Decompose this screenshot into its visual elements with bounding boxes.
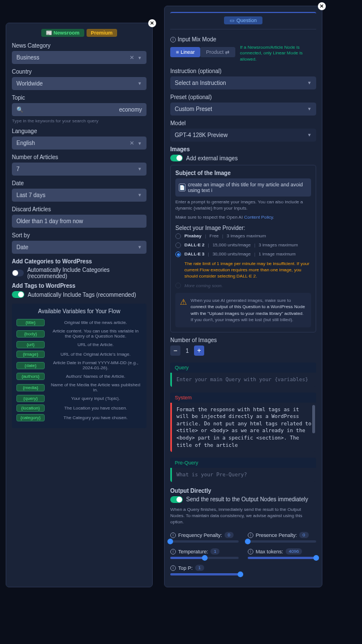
subject-label: Subject of the Image — [175, 170, 311, 176]
variable-badge: {category} — [16, 414, 45, 421]
query-body[interactable]: Enter your main Query with your {variabl… — [170, 373, 316, 387]
query-editor[interactable]: Query Enter your main Query with your {v… — [170, 362, 316, 387]
sort-select[interactable]: Date▼ — [12, 241, 146, 254]
discard-select[interactable]: Older than 1 day from now — [12, 215, 146, 228]
variable-row: {category}The Category you have chosen. — [16, 414, 142, 421]
system-body[interactable]: Format the response with html tags as it… — [170, 403, 316, 453]
subject-input[interactable]: 📄 create an image of this title for my a… — [175, 178, 311, 197]
variable-badge: {image} — [16, 351, 45, 358]
category-select[interactable]: Business ✕▼ — [12, 51, 146, 64]
variable-badge: {query} — [16, 395, 45, 402]
variable-desc: Name of the Media the Article was publis… — [49, 382, 142, 393]
provider-coming: More coming soon. — [175, 283, 311, 288]
document-icon: 📄 — [179, 184, 186, 191]
add-tags-toggle[interactable] — [12, 291, 24, 298]
images-toggle[interactable] — [170, 155, 183, 161]
question-badge: ▭ Question — [224, 16, 262, 24]
provider-pixabay[interactable]: Pixabay|Free|3 images maximum — [175, 233, 311, 239]
variable-desc: URL of the Article. — [49, 342, 142, 347]
subject-help: Enter a prompt to generate your images. … — [175, 199, 311, 211]
country-label: Country — [12, 69, 146, 75]
system-editor[interactable]: System Format the response with html tag… — [170, 393, 316, 453]
clear-icon[interactable]: ✕ — [130, 54, 134, 61]
num-images-label: Number of Images — [170, 337, 316, 343]
linear-tab[interactable]: ≡ Linear — [170, 47, 200, 57]
variable-row: {body}Article content. You can use this … — [16, 329, 142, 339]
warning-box: ⚠ When you use AI generated images, make… — [175, 293, 311, 327]
chevron-down-icon: ▼ — [137, 193, 142, 198]
frequency-slider[interactable] — [170, 540, 239, 543]
chevron-down-icon: ▼ — [137, 167, 142, 172]
info-icon: i — [170, 532, 176, 538]
variable-badge: {authors} — [16, 373, 45, 380]
variable-row: {title}Original title of the news articl… — [16, 319, 142, 326]
images-label: Images — [170, 146, 316, 152]
provider-label: Select your Image Provider: — [175, 225, 311, 231]
variable-badge: {body} — [16, 330, 45, 338]
provider-dalle3[interactable]: DALL·E 3|30,000 units/image|1 image maxi… — [175, 251, 311, 257]
chevron-down-icon: ▼ — [137, 56, 142, 61]
variable-desc: Article content. You can use this variab… — [49, 329, 142, 339]
add-tags-label: Add Tags to WordPress — [12, 283, 146, 289]
instruction-select[interactable]: Select an Instruction▼ — [170, 76, 316, 89]
output-toggle-label: Send the result to the Output Nodes imme… — [186, 496, 308, 502]
product-tab[interactable]: Product ⇄ — [200, 47, 235, 57]
variable-desc: URL of the Original Article's Image. — [49, 352, 142, 357]
model-label: Model — [170, 120, 316, 126]
topic-help: Type in the keywords for your search que… — [12, 118, 146, 123]
variable-row: {authors}Authors' Names of the Article. — [16, 373, 142, 380]
variable-row: {url}URL of the Article. — [16, 341, 142, 348]
date-label: Date — [12, 180, 146, 186]
top-p-slider[interactable] — [170, 573, 240, 575]
variable-desc: The Category you have chosen. — [49, 415, 142, 420]
content-policy-link[interactable]: Content Policy — [244, 215, 273, 220]
add-cat-label: Add Categories to WordPress — [12, 258, 146, 265]
provider-dalle2[interactable]: DALL·E 2|15,000 units/image|3 images max… — [175, 242, 311, 248]
chevron-down-icon: ▼ — [307, 133, 312, 138]
model-select[interactable]: GPT-4 128K Preview▼ — [170, 129, 316, 142]
topic-label: Topic — [12, 95, 146, 101]
prequery-editor[interactable]: Pre-Query What is your Pre-Query? — [170, 458, 316, 482]
output-toggle[interactable] — [170, 496, 183, 503]
increment-button[interactable]: + — [194, 346, 204, 356]
date-select[interactable]: Last 7 days▼ — [12, 189, 146, 202]
variable-badge: {title} — [16, 319, 45, 326]
num-images-value: 1 — [180, 348, 194, 354]
clear-icon[interactable]: ✕ — [130, 140, 134, 146]
topic-input[interactable]: 🔍economy — [12, 103, 146, 116]
close-icon[interactable]: ✕ — [148, 19, 156, 27]
country-select[interactable]: Worldwide▼ — [12, 77, 146, 90]
images-toggle-label: Add external images — [186, 155, 238, 161]
decrement-button[interactable]: − — [170, 346, 180, 356]
preset-select[interactable]: Custom Preset▼ — [170, 103, 316, 116]
language-label: Language — [12, 128, 146, 134]
output-help: When a Query finishes, immediately send … — [170, 506, 316, 526]
category-label: News Category — [12, 42, 146, 49]
info-icon: i — [170, 549, 176, 555]
variable-row: {date}Article Date in Format YYYY-MM-DD … — [16, 360, 142, 370]
chevron-down-icon: ▼ — [137, 81, 142, 86]
num-articles-select[interactable]: 7▼ — [12, 163, 146, 176]
presence-slider[interactable] — [248, 540, 316, 543]
tab-newsroom[interactable]: 📰 Newsroom — [41, 29, 84, 37]
add-categories-toggle[interactable] — [12, 270, 24, 276]
discard-label: Discard Articles — [12, 206, 146, 212]
scrollbar[interactable] — [312, 405, 315, 433]
warning-icon: ⚠ — [180, 297, 187, 323]
variable-row: {query}Your query input (Topic). — [16, 395, 142, 402]
variable-badge: {url} — [16, 341, 45, 348]
variable-badge: {date} — [16, 362, 45, 369]
image-section: Subject of the Image 📄 create an image o… — [170, 165, 316, 332]
language-select[interactable]: English ✕▼ — [12, 137, 146, 150]
prequery-body[interactable]: What is your Pre-Query? — [170, 468, 316, 482]
query-label: Query — [170, 362, 316, 373]
temperature-slider[interactable] — [170, 557, 239, 559]
max-tokens-slider[interactable] — [248, 557, 316, 559]
variable-row: {image}URL of the Original Article's Ima… — [16, 351, 142, 358]
tab-premium[interactable]: Premium — [87, 29, 118, 37]
mode-note: If a Newsroom/Article Node is connected,… — [240, 45, 316, 62]
sort-label: Sort by — [12, 232, 146, 238]
close-icon[interactable]: ✕ — [318, 2, 326, 10]
mix-mode-label: i Input Mix Mode — [170, 36, 316, 42]
chevron-down-icon: ▼ — [137, 141, 142, 146]
